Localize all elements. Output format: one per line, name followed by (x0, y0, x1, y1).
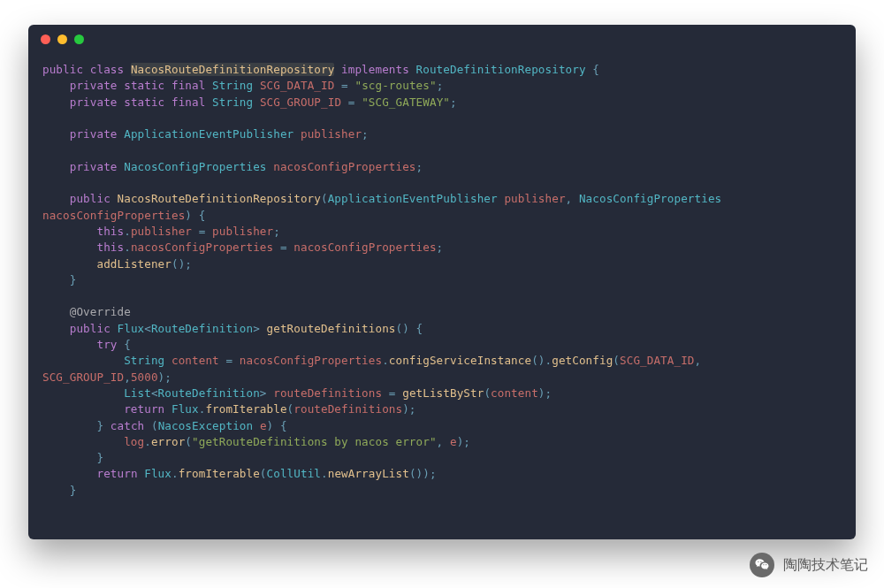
code-token: content (491, 386, 538, 400)
code-token: > (260, 386, 267, 400)
code-line: this.nacosConfigProperties = nacosConfig… (42, 240, 842, 256)
code-token: e (450, 435, 457, 448)
code-token: { (280, 419, 287, 432)
code-token: public (70, 322, 110, 335)
code-token (260, 322, 267, 335)
code-token: static (124, 79, 164, 92)
code-token: error (151, 435, 185, 448)
code-line: public NacosRouteDefinitionRepository(Ap… (42, 191, 842, 207)
code-token: ; (362, 127, 369, 141)
code-token (110, 322, 118, 335)
code-token: = (280, 241, 287, 254)
code-token (42, 435, 124, 448)
code-line: private static final String SCG_DATA_ID … (42, 78, 842, 94)
code-token: > (253, 322, 260, 335)
code-token: "getRouteDefinitions by nacos error" (192, 435, 437, 448)
code-token: { (124, 338, 131, 351)
code-token (701, 354, 708, 367)
code-token: } (96, 451, 103, 464)
code-token: try (96, 338, 117, 351)
code-line: public Flux<RouteDefinition> getRouteDef… (42, 321, 842, 337)
code-token: this (96, 241, 124, 254)
code-token: List (124, 386, 151, 400)
code-token: = (389, 386, 396, 400)
code-token: NacosRouteDefinitionRepository (118, 192, 321, 205)
code-token: addListener (96, 257, 171, 271)
code-line: nacosConfigProperties) { (42, 208, 842, 224)
code-token: RouteDefinition (151, 322, 253, 335)
code-token: ; (437, 241, 444, 254)
code-line: addListener(); (42, 256, 842, 272)
code-token: (); (171, 257, 192, 271)
code-token: RouteDefinition (158, 386, 260, 400)
code-token: CollUtil (267, 467, 321, 480)
code-token: . (382, 354, 389, 367)
code-line: return Flux.fromIterable(CollUtil.newArr… (42, 466, 842, 482)
code-token: NacosRouteDefinitionRepository (131, 63, 334, 76)
code-line: } (42, 483, 842, 499)
code-token: public (42, 63, 83, 76)
code-token: ); (158, 370, 171, 384)
code-token: "scg-routes" (354, 79, 436, 92)
code-token: Flux (144, 467, 171, 480)
code-token (42, 79, 70, 92)
code-token: ( (484, 386, 491, 400)
code-token: nacosConfigProperties (240, 354, 382, 367)
wechat-icon (750, 553, 774, 577)
code-token (721, 192, 728, 205)
code-token (42, 322, 70, 335)
code-token: } (70, 273, 77, 286)
code-line: } (42, 272, 842, 288)
code-token: } (96, 419, 103, 432)
code-token: this (96, 225, 124, 238)
code-token: nacosConfigProperties (273, 160, 415, 173)
code-token (273, 419, 280, 432)
code-token (409, 63, 416, 76)
code-token: } (70, 484, 77, 497)
code-token: configServiceInstance (389, 354, 531, 367)
code-token: String (212, 95, 253, 109)
code-token: nacosConfigProperties (42, 209, 185, 222)
zoom-icon[interactable] (74, 34, 84, 44)
code-token: getRouteDefinitions (267, 322, 396, 335)
code-token: () (396, 322, 409, 335)
code-window: public class NacosRouteDefinitionReposit… (28, 25, 856, 539)
code-token: log (124, 435, 144, 448)
code-token: (). (531, 354, 552, 367)
code-token: publisher (301, 127, 362, 141)
close-icon[interactable] (41, 34, 50, 44)
code-line (42, 142, 842, 158)
code-token: publisher (212, 225, 273, 238)
code-line (42, 175, 842, 191)
code-line: List<RouteDefinition> routeDefinitions =… (42, 386, 842, 401)
code-token: 5000 (131, 370, 158, 384)
code-surface: public class NacosRouteDefinitionReposit… (28, 53, 856, 513)
code-token: ); (538, 386, 552, 400)
code-token (42, 95, 70, 109)
code-token (42, 338, 96, 351)
code-token (232, 354, 240, 367)
code-line: public class NacosRouteDefinitionReposit… (42, 62, 842, 78)
code-token: . (124, 225, 131, 238)
minimize-icon[interactable] (57, 34, 67, 44)
code-token (334, 63, 341, 76)
code-token (164, 402, 171, 416)
code-token: { (592, 63, 599, 76)
code-token (192, 225, 199, 238)
code-token (253, 419, 260, 432)
code-token (273, 241, 280, 254)
code-line: private NacosConfigProperties nacosConfi… (42, 159, 842, 175)
code-token: @Override (70, 305, 131, 318)
code-token: ( (613, 354, 620, 367)
code-token (42, 273, 70, 286)
code-token (42, 419, 96, 432)
code-token: < (144, 322, 151, 335)
code-token: ); (457, 435, 470, 448)
code-token: ( (321, 192, 328, 205)
code-token: NacosException (158, 419, 254, 432)
code-token: ; (416, 160, 423, 173)
code-token (42, 257, 96, 271)
code-token: routeDefinitions (293, 402, 402, 416)
code-token (253, 79, 260, 92)
code-token: . (171, 467, 179, 480)
